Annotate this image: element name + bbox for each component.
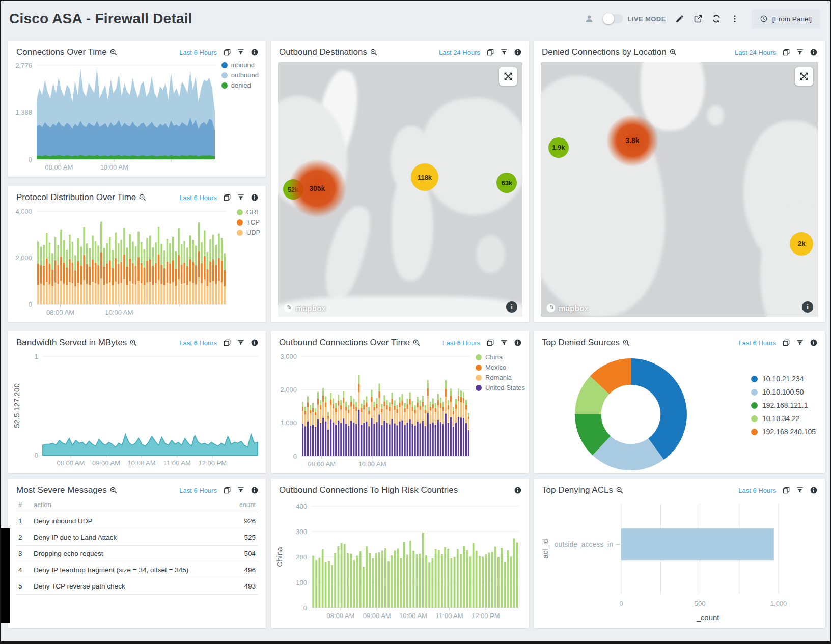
svg-text:0: 0 (29, 301, 32, 309)
filter-icon[interactable] (237, 339, 245, 347)
table-row[interactable]: 4Deny IP teardrop fragment (size = 34, o… (16, 562, 258, 578)
table-row[interactable]: 5Deny TCP reverse path check493 (16, 578, 258, 595)
zoom-in-icon[interactable] (109, 48, 118, 57)
map-bubble-3.8k[interactable]: 3.8k (606, 114, 659, 167)
legend-item[interactable]: 10.10.34.22 (751, 414, 816, 423)
legend-item[interactable]: inbound (221, 61, 259, 69)
legend-item[interactable]: outbound (221, 71, 259, 79)
filter-icon[interactable] (237, 193, 245, 202)
map-bubble-305k[interactable]: 305k (288, 159, 347, 218)
column-1: Connections Over Time Last 6 Hours 01,38… (8, 41, 266, 628)
filter-icon[interactable] (500, 48, 508, 57)
legend-item[interactable]: UDP (237, 229, 261, 236)
filter-icon[interactable] (796, 339, 804, 347)
info-icon[interactable] (514, 339, 522, 347)
info-icon[interactable] (514, 48, 522, 57)
world-map[interactable]: mapbox i 1.9k3.8k2k (541, 62, 818, 317)
info-icon[interactable] (810, 486, 818, 494)
legend-item[interactable]: TCP (237, 218, 261, 226)
time-range-link[interactable]: Last 6 Hours (179, 339, 217, 347)
more-menu-icon[interactable] (730, 14, 739, 23)
legend-item[interactable]: Romania (476, 374, 525, 381)
row-count: 496 (222, 562, 258, 578)
hbar-outside_access_in[interactable] (621, 528, 774, 560)
copy-icon[interactable] (223, 339, 231, 347)
table-row[interactable]: 3Dropping echo request504 (16, 546, 258, 562)
edit-icon[interactable] (675, 14, 684, 23)
panel-connections-over-time: Connections Over Time Last 6 Hours 01,38… (8, 41, 266, 177)
filter-icon[interactable] (796, 486, 804, 494)
toggle-knob (603, 13, 614, 24)
zoom-in-icon[interactable] (622, 339, 630, 347)
time-range-link[interactable]: Last 6 Hours (738, 487, 776, 494)
info-icon[interactable] (810, 339, 818, 347)
map-bubble-2k[interactable]: 2k (790, 232, 813, 256)
map-bubble-118k[interactable]: 118k (411, 163, 438, 191)
table-row[interactable]: 1Deny inbound UDP926 (16, 513, 258, 529)
zoom-in-icon[interactable] (412, 339, 421, 347)
zoom-in-icon[interactable] (129, 339, 137, 347)
legend-item[interactable]: 10.10.21.234 (751, 375, 816, 383)
map-expand-button[interactable] (499, 67, 517, 86)
map-expand-button[interactable] (795, 67, 813, 86)
copy-icon[interactable] (486, 48, 494, 57)
legend-item[interactable]: denied (221, 81, 259, 89)
info-icon[interactable] (251, 486, 259, 494)
time-range-link[interactable]: Last 6 Hours (179, 49, 217, 57)
world-map[interactable]: mapbox i 52k305k118k63k (278, 62, 522, 317)
map-bubble-1.9k[interactable]: 1.9k (548, 137, 569, 158)
time-range-link[interactable]: Last 6 Hours (442, 339, 480, 347)
axes: 01,0002,0003,00008:00 AM10:00 AM (280, 353, 470, 468)
live-mode-toggle[interactable] (603, 14, 623, 23)
time-range-link[interactable]: Last 6 Hours (738, 339, 776, 347)
svg-text:2,776: 2,776 (15, 62, 32, 69)
legend-item[interactable]: United States (476, 384, 525, 391)
info-icon[interactable] (810, 48, 818, 57)
filter-icon[interactable] (237, 486, 245, 494)
map-info-button[interactable]: i (802, 301, 813, 313)
refresh-icon[interactable] (712, 14, 721, 23)
filter-icon[interactable] (237, 48, 245, 57)
legend-item[interactable]: 192.168.240.105 (751, 428, 816, 436)
time-range-link[interactable]: Last 6 Hours (179, 194, 217, 202)
filter-icon[interactable] (500, 339, 508, 347)
zoom-in-icon[interactable] (669, 48, 677, 57)
chart-svg: 0108:00 AM09:00 AM10:00 AM11:00 AM12:00 … (10, 349, 264, 471)
info-icon[interactable] (251, 48, 259, 57)
panel-title: Top Denying ACLs (542, 485, 613, 495)
time-range-link[interactable]: Last 24 Hours (439, 49, 480, 57)
mapbox-logo-icon (546, 303, 556, 313)
zoom-in-icon[interactable] (370, 48, 378, 57)
col-header-count: count (222, 498, 258, 513)
map-info-button[interactable]: i (506, 301, 517, 313)
live-mode-label: LIVE MODE (628, 15, 666, 23)
legend-item[interactable]: 192.168.121.1 (751, 401, 816, 409)
time-range-link[interactable]: Last 6 Hours (179, 487, 217, 494)
info-icon[interactable] (251, 193, 259, 202)
map-bubble-63k[interactable]: 63k (496, 173, 517, 193)
zoom-in-icon[interactable] (109, 486, 118, 494)
info-icon[interactable] (251, 339, 259, 347)
legend-item[interactable]: China (476, 353, 525, 361)
time-range-link[interactable]: Last 24 Hours (735, 49, 776, 57)
copy-icon[interactable] (223, 193, 231, 202)
filter-icon[interactable] (796, 48, 804, 57)
copy-icon[interactable] (223, 48, 231, 57)
legend-item[interactable]: 10.10.100.50 (751, 388, 816, 396)
copy-icon[interactable] (223, 486, 231, 494)
info-icon[interactable] (514, 486, 522, 494)
zoom-in-icon[interactable] (616, 486, 624, 494)
time-range-selector[interactable]: [From Panel] (752, 10, 820, 28)
share-icon[interactable] (694, 14, 703, 23)
zoom-in-icon[interactable] (138, 193, 147, 202)
table-row[interactable]: 2Deny IP due to Land Attack525 (16, 529, 258, 546)
legend-item[interactable]: GRE (237, 208, 261, 216)
legend-item[interactable]: Mexico (476, 363, 525, 371)
legend-swatch (221, 62, 228, 68)
mapbox-attribution[interactable]: mapbox (546, 303, 589, 313)
copy-icon[interactable] (782, 486, 790, 494)
mapbox-attribution[interactable]: mapbox (283, 303, 326, 313)
copy-icon[interactable] (486, 339, 494, 347)
copy-icon[interactable] (782, 339, 790, 347)
copy-icon[interactable] (782, 48, 790, 57)
